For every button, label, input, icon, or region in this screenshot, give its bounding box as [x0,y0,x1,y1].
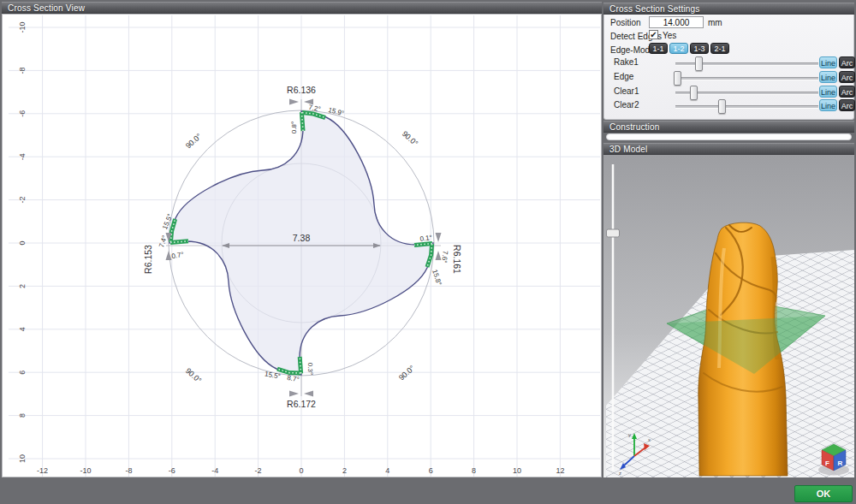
view-cube-right-label: R [838,460,843,467]
y-tick-label: -4 [18,153,27,160]
cross-section-plot: -12-10-8-6-4-2024681012-10-8-6-4-2024681… [3,15,601,477]
clear2-arc-button[interactable]: Arc [839,99,855,111]
axis-y-label: y [628,432,631,437]
cross-section-profile [169,111,433,375]
edge-label: Edge [614,72,633,81]
edge-arc-button[interactable]: Arc [839,71,855,83]
construction-panel-header[interactable]: Construction [603,121,854,133]
clear2-label: Clear2 [614,100,639,110]
y-tick-label: -10 [18,21,27,33]
y-tick-label: 10 [18,454,27,463]
x-tick-label: 4 [385,466,389,475]
secondary-clearance-right: 15.8° [431,269,443,287]
clear2-row: Clear2 Line Arc [604,98,855,113]
settings-panel: Position mm Detect Edges ✔ Yes Edge-Mode… [603,15,854,120]
3d-model-panel-title: 3D Model [609,145,647,154]
edge-line-button[interactable]: Line [819,71,837,83]
rake-angle-bottom: 0.3° [306,363,314,375]
x-tick-label: -2 [255,466,262,475]
x-tick-label: 12 [556,466,564,475]
secondary-clearance-top: 15.9° [327,106,344,117]
x-tick-label: -12 [37,466,48,475]
position-label: Position [610,18,641,27]
clear1-arc-button[interactable]: Arc [839,86,855,98]
x-tick-label: -4 [211,466,218,475]
y-tick-label: 8 [18,413,27,418]
y-tick-label: 6 [18,371,27,375]
detect-edges-checkbox[interactable]: ✔ [649,30,658,39]
rake-angle-left: 0.7° [171,251,185,260]
rake-angle-top: 0.8° [290,122,298,133]
y-tick-label: -8 [18,67,27,74]
x-tick-label: -10 [80,466,91,475]
x-tick-label: 10 [513,466,521,475]
edge-model-button-1-2[interactable]: 1-2 [669,43,688,54]
construction-panel-title: Construction [609,122,660,132]
x-tick-label: 0 [299,466,303,475]
construction-collapsed-bar[interactable] [606,133,852,140]
separation-angle-top-right: 90.0° [401,129,420,148]
view-cube-front-label: F [825,460,829,467]
rake1-arc-button[interactable]: Arc [839,56,855,68]
settings-panel-title: Cross Section Settings [609,4,700,14]
position-unit-label: mm [708,18,722,27]
clear1-row: Clear1 Line Arc [604,85,855,99]
secondary-clearance-bottom: 15.5° [264,370,281,380]
x-tick-label: 6 [429,466,433,475]
cross-section-plot-canvas[interactable]: -12-10-8-6-4-2024681012-10-8-6-4-2024681… [2,14,602,477]
application-window: Cross Section View -12-10-8-6-4-20246810… [0,0,856,504]
edge-model-button-1-3[interactable]: 1-3 [690,43,709,54]
axis-z-label: z [619,471,621,476]
checkmark-icon: ✔ [650,30,657,39]
edge-slider-thumb[interactable] [674,71,681,86]
y-tick-label: 0 [18,240,27,245]
3d-height-slider-thumb[interactable] [607,229,620,237]
axis-x-label: x [648,437,651,442]
clear2-slider-track[interactable] [675,105,818,109]
edge-slider-track[interactable] [675,77,818,80]
edge-model-button-2-1[interactable]: 2-1 [710,43,729,54]
separation-angle-top-left: 90.0° [184,132,204,151]
rake1-slider-thumb[interactable] [695,56,703,71]
y-tick-label: 4 [18,327,27,331]
radius-label-top: R6.136 [287,85,316,95]
radius-label-right: R6.161 [452,245,462,274]
core-diameter-label: 7.38 [293,233,311,243]
3d-model-viewport[interactable]: y x z F R [603,155,854,477]
clear2-slider-thumb[interactable] [718,99,726,114]
primary-clearance-right: 7.6° [440,251,449,264]
detect-edges-value-label: Yes [663,31,676,40]
radius-label-bottom: R6.172 [287,399,316,409]
settings-panel-header[interactable]: Cross Section Settings [603,3,854,15]
edge-model-button-1-1[interactable]: 1-1 [649,43,668,54]
primary-clearance-bottom: 8.7° [287,374,300,383]
clear1-slider-track[interactable] [675,92,818,95]
3d-model-panel-header[interactable]: 3D Model [603,143,854,155]
position-input[interactable] [649,16,704,28]
primary-clearance-left: 7.4° [158,234,169,248]
x-tick-label: 8 [472,466,476,475]
clear1-label: Clear1 [614,86,639,96]
y-tick-label: 2 [18,284,27,288]
cross-section-view-header: Cross Section View [2,2,602,14]
rake1-label: Rake1 [614,57,639,67]
rake1-slider-track[interactable] [675,62,818,66]
clear1-line-button[interactable]: Line [819,86,837,98]
y-tick-label: -6 [18,110,27,117]
3d-model-scene: y x z F R [603,155,854,477]
ok-button[interactable]: OK [794,485,853,502]
edge-row: Edge Line Arc [604,70,855,85]
y-tick-label: -2 [18,197,27,204]
radius-label-left: R6.153 [143,245,153,274]
x-tick-label: -8 [125,466,132,475]
rake1-row: Rake1 Line Arc [604,56,855,70]
clear2-line-button[interactable]: Line [819,99,837,111]
rake1-line-button[interactable]: Line [819,56,837,68]
x-tick-label: -6 [169,466,175,475]
separation-angle-bottom-left: 90.0° [184,366,204,385]
cross-section-view-title: Cross Section View [8,3,85,13]
x-tick-label: 2 [342,466,347,475]
